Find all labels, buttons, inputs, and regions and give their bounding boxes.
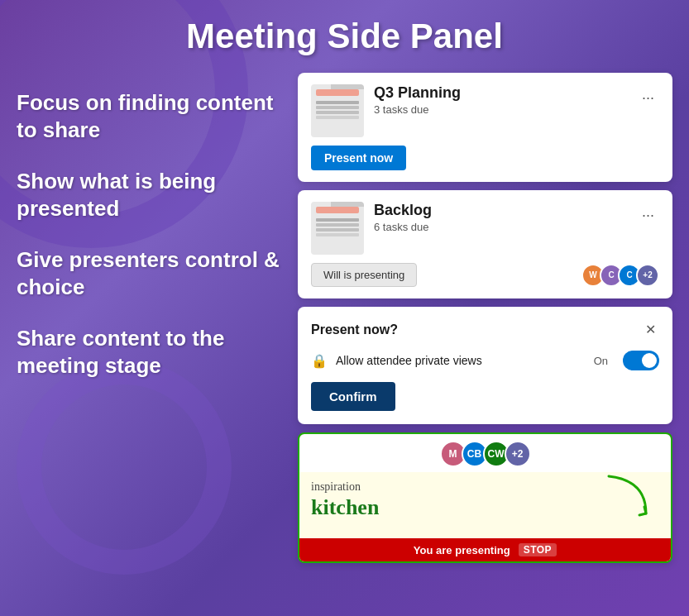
card-backlog: Backlog 6 tasks due ... Will is presenti… — [298, 190, 672, 298]
popup-close-button[interactable]: ✕ — [642, 320, 659, 339]
card-backlog-subtitle: 6 tasks due — [374, 221, 627, 233]
feature-text-4: Share content to the meeting stage — [17, 325, 281, 379]
present-now-popup: Present now? ✕ 🔒 Allow attendee private … — [298, 307, 672, 424]
presenting-avatar-count: +2 — [505, 441, 531, 467]
card-backlog-header: Backlog 6 tasks due ... — [311, 202, 659, 255]
popup-title: Present now? — [311, 322, 398, 337]
avatar-count: +2 — [636, 264, 659, 287]
cards-column: Q3 Planning 3 tasks due ... Present now … — [298, 73, 672, 563]
popup-toggle-label: Allow attendee private views — [336, 354, 586, 367]
feature-text-3: Give presenters control & choice — [17, 246, 281, 300]
popup-toggle-value: On — [594, 355, 608, 367]
card-q3-title: Q3 Planning — [374, 84, 627, 102]
arrow-icon — [605, 472, 654, 522]
feature-text-1: Focus on finding content to share — [17, 89, 281, 143]
main-layout: Focus on finding content to share Show w… — [0, 64, 689, 571]
present-now-button[interactable]: Present now — [311, 146, 406, 170]
card-q3-thumbnail — [311, 84, 364, 137]
card-q3-subtitle: 3 tasks due — [374, 103, 627, 116]
page-title: Meeting Side Panel — [0, 0, 689, 64]
presenting-label: Will is presenting — [311, 263, 417, 287]
card-q3-actions: Present now — [311, 146, 659, 170]
presenting-bar-text: You are presenting — [414, 544, 510, 556]
confirm-button[interactable]: Confirm — [311, 382, 395, 411]
card-q3-info: Q3 Planning 3 tasks due — [374, 84, 627, 116]
presenting-content: inspiration kitchen — [299, 472, 671, 538]
card-q3-planning: Q3 Planning 3 tasks due ... Present now — [298, 73, 672, 182]
toggle-slider — [623, 351, 659, 370]
features-column: Focus on finding content to share Show w… — [17, 73, 281, 563]
presenting-bar: You are presenting STOP — [299, 538, 671, 561]
avatar-group: W C C +2 — [581, 264, 659, 287]
card-q3-more-button[interactable]: ... — [637, 84, 659, 105]
presenting-card: M CB CW +2 inspiration kitchen You are p… — [298, 432, 672, 563]
card-backlog-info: Backlog 6 tasks due — [374, 202, 627, 233]
card-backlog-actions: Will is presenting W C C +2 — [311, 263, 659, 287]
attendee-views-toggle[interactable] — [623, 351, 659, 370]
stop-badge[interactable]: STOP — [519, 543, 557, 556]
card-backlog-more-button[interactable]: ... — [637, 202, 659, 222]
presenting-avatars: M CB CW +2 — [299, 434, 671, 472]
card-backlog-thumbnail — [311, 202, 364, 255]
card-backlog-title: Backlog — [374, 202, 627, 219]
lock-icon: 🔒 — [311, 353, 328, 369]
popup-header: Present now? ✕ — [311, 320, 659, 339]
card-q3-header: Q3 Planning 3 tasks due ... — [311, 84, 659, 137]
feature-text-2: Show what is being presented — [17, 168, 281, 222]
popup-toggle-row: 🔒 Allow attendee private views On — [311, 351, 659, 370]
